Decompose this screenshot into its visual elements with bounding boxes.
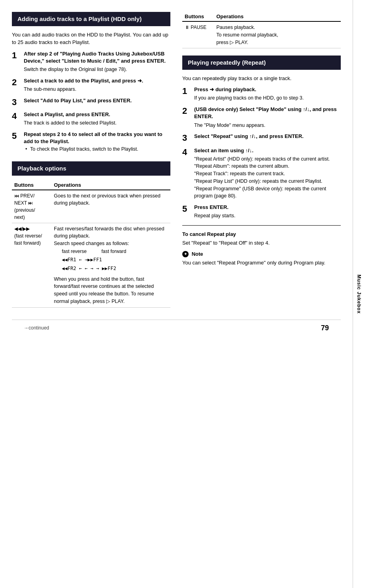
step-content-r3: Select "Repeat" using ↑/↓, and press ENT… <box>194 133 341 141</box>
section-playback-options-header: Playback options <box>12 161 170 176</box>
step-content-r2: (USB device only) Select "Play Mode" usi… <box>194 106 341 129</box>
op-pause: Pauses playback. To resume normal playba… <box>214 21 341 48</box>
step-content-5: Repeat steps 2 to 4 to select all of the… <box>24 131 170 153</box>
step-5-bullet: To check the Playlist tracks, switch to … <box>24 146 170 152</box>
step-desc-r2: The "Play Mode" menu appears. <box>194 122 341 129</box>
step-number-4: 4 <box>12 111 24 121</box>
main-content: Adding audio tracks to a Playlist (HDD o… <box>0 0 353 588</box>
step-title-1: After step 2 of "Playing Audio Tracks Us… <box>24 50 170 65</box>
cancel-repeat-title: To cancel Repeat play <box>182 231 341 237</box>
speed-row-2: ◀◀FR2 ← ← → → ▶▶FF2 <box>62 264 168 273</box>
top-table-col-buttons: Buttons <box>182 12 214 21</box>
step-3-right: 3 Select "Repeat" using ↑/↓, and press E… <box>182 133 341 143</box>
step-content-r4: Select an item using ↑/↓. "Repeat Artist… <box>194 147 341 200</box>
divider-1 <box>182 225 341 226</box>
step-desc-2: The sub-menu appears. <box>24 86 170 93</box>
cancel-repeat-desc: Set "Repeat" to "Repeat Off" in step 4. <box>182 239 341 247</box>
step-content-3: Select "Add to Play List," and press ENT… <box>24 97 170 105</box>
step-content-4: Select a Playlist, and press ENTER. The … <box>24 111 170 127</box>
continued-text: →continued <box>24 325 49 331</box>
step-title-r4: Select an item using ↑/↓. <box>194 147 341 154</box>
op-prev-next: Goes to the next or previous track when … <box>52 190 170 223</box>
step-1-right: 1 Press ➜ during playback. If you are pl… <box>182 86 341 102</box>
step-number-r1: 1 <box>182 86 194 96</box>
table-col-operations: Operations <box>52 180 170 190</box>
step-title-r5: Press ENTER. <box>194 204 341 211</box>
btn-ff-fr: ◀◀/▶▶(fast reverse/fast forward) <box>12 223 52 307</box>
speed-header-left: fast reverse <box>62 247 97 256</box>
step-number-r3: 3 <box>182 133 194 143</box>
btn-prev-next: ⏮ PREV/NEXT ⏭(previous/next) <box>12 190 52 223</box>
page: Adding audio tracks to a Playlist (HDD o… <box>0 0 378 588</box>
table-row-pause: ⏸ PAUSE Pauses playback. To resume norma… <box>182 21 341 48</box>
top-table-section: Buttons Operations ⏸ PAUSE Pauses playba… <box>182 12 341 48</box>
table-row-ff-fr: ◀◀/▶▶(fast reverse/fast forward) Fast re… <box>12 223 170 307</box>
table-row-prev-next: ⏮ PREV/NEXT ⏭(previous/next) Goes to the… <box>12 190 170 223</box>
step-5-right: 5 Press ENTER. Repeat play starts. <box>182 204 341 220</box>
step-content-2: Select a track to add to the Playlist, a… <box>24 77 170 93</box>
speed-table: fast reverse fast forward ◀◀FR1 ← →▶▶FF1… <box>62 247 168 273</box>
step-3-left: 3 Select "Add to Play List," and press E… <box>12 97 170 107</box>
step-number-r5: 5 <box>182 204 194 214</box>
step-title-r3: Select "Repeat" using ↑/↓, and press ENT… <box>194 133 341 140</box>
playback-options-table: Buttons Operations ⏮ PREV/NEXT ⏭(previou… <box>12 180 170 308</box>
step-desc-r1: If you are playing tracks on the HDD, go… <box>194 94 341 102</box>
section-adding-audio-header: Adding audio tracks to a Playlist (HDD o… <box>12 12 170 26</box>
note-icon: ✦ <box>182 251 189 257</box>
step-title-3: Select "Add to Play List," and press ENT… <box>24 97 170 104</box>
step-number-r4: 4 <box>182 147 194 157</box>
left-column: Adding audio tracks to a Playlist (HDD o… <box>12 12 170 312</box>
step-title-r2: (USB device only) Select "Play Mode" usi… <box>194 106 341 120</box>
speed-header-right: fast forward <box>101 247 126 256</box>
side-tab-label: Music Jukebox <box>356 274 362 314</box>
section-playing-repeatedly-header: Playing repeatedly (Repeat) <box>182 56 341 70</box>
step-content-r1: Press ➜ during playback. If you are play… <box>194 86 341 102</box>
step-desc-4: The track is added to the selected Playl… <box>24 119 170 127</box>
step-5-left: 5 Repeat steps 2 to 4 to select all of t… <box>12 131 170 153</box>
step-content-1: After step 2 of "Playing Audio Tracks Us… <box>24 50 170 73</box>
note-box: ✦ Note You can select "Repeat Programme"… <box>182 251 341 267</box>
step-number-1: 1 <box>12 50 24 60</box>
step-4-right: 4 Select an item using ↑/↓. "Repeat Arti… <box>182 147 341 200</box>
step-title-2: Select a track to add to the Playlist, a… <box>24 77 170 84</box>
step-number-2: 2 <box>12 77 24 87</box>
page-footer: →continued 79 <box>12 320 341 336</box>
note-desc: You can select "Repeat Programme" only d… <box>182 259 341 267</box>
speed-header-row: fast reverse fast forward <box>62 247 168 256</box>
op-ff-main: Fast reverses/fast forwards the disc whe… <box>54 226 164 239</box>
pause-table: Buttons Operations ⏸ PAUSE Pauses playba… <box>182 12 341 48</box>
op-ff-fr: Fast reverses/fast forwards the disc whe… <box>52 223 170 307</box>
note-title: ✦ Note <box>182 251 341 258</box>
step-desc-1: Switch the display to the Original list … <box>24 66 170 73</box>
step-number-3: 3 <box>12 97 24 107</box>
step-title-5: Repeat steps 2 to 4 to select all of the… <box>24 131 170 145</box>
step-2-left: 2 Select a track to add to the Playlist,… <box>12 77 170 93</box>
side-tab: Music Jukebox <box>353 0 365 588</box>
adding-audio-intro: You can add audio tracks on the HDD to t… <box>12 31 170 46</box>
two-column-layout: Adding audio tracks to a Playlist (HDD o… <box>12 12 341 312</box>
op-ff-note: When you press and hold the button, fast… <box>54 276 168 305</box>
step-number-r2: 2 <box>182 106 194 116</box>
step-title-r1: Press ➜ during playback. <box>194 86 341 93</box>
step-1-left: 1 After step 2 of "Playing Audio Tracks … <box>12 50 170 73</box>
top-table-col-operations: Operations <box>214 12 341 21</box>
step-2-right: 2 (USB device only) Select "Play Mode" u… <box>182 106 341 129</box>
page-number: 79 <box>321 324 329 332</box>
btn-pause: ⏸ PAUSE <box>182 21 214 48</box>
op-ff-extra: Search speed changes as follows: <box>54 241 129 246</box>
step-4-left: 4 Select a Playlist, and press ENTER. Th… <box>12 111 170 127</box>
step-number-5: 5 <box>12 131 24 141</box>
step-desc-r5: Repeat play starts. <box>194 212 341 220</box>
step-desc-r4: "Repeat Artist" (HDD only): repeats trac… <box>194 155 341 200</box>
step-title-4: Select a Playlist, and press ENTER. <box>24 111 170 118</box>
speed-row-1: ◀◀FR1 ← →▶▶FF1 <box>62 256 168 264</box>
playing-repeatedly-intro: You can repeatedly play tracks or a sing… <box>182 75 341 82</box>
right-column: Buttons Operations ⏸ PAUSE Pauses playba… <box>182 12 341 312</box>
step-content-r5: Press ENTER. Repeat play starts. <box>194 204 341 220</box>
table-col-buttons: Buttons <box>12 180 52 190</box>
